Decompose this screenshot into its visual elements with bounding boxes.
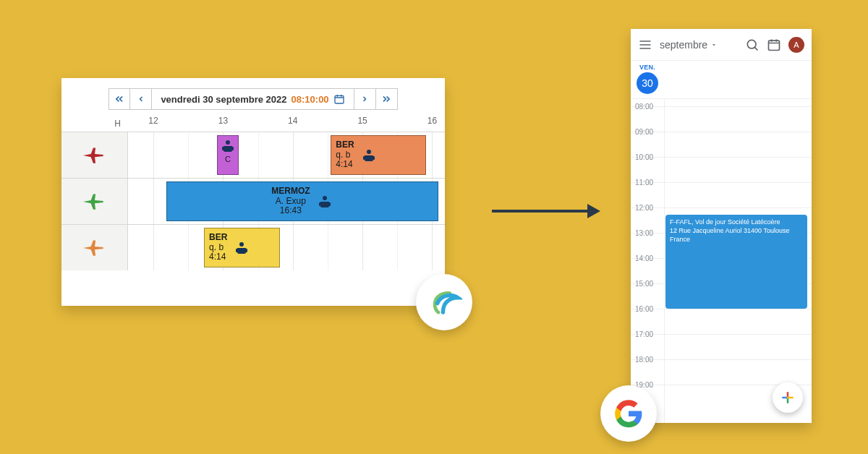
event-title: F-FAFL, Vol de jour Société Latécoère bbox=[670, 218, 803, 226]
avatar[interactable]: A bbox=[788, 37, 804, 53]
hours-header: H 12 13 14 15 16 bbox=[61, 116, 445, 132]
block-title: MERMOZ bbox=[271, 187, 310, 197]
gcal-topbar: septembre A bbox=[631, 29, 812, 61]
svg-rect-11 bbox=[236, 249, 238, 252]
svg-rect-0 bbox=[335, 95, 344, 103]
block-time: 4:14 bbox=[209, 252, 227, 262]
hour-tick: 12 bbox=[148, 116, 158, 126]
arrow-connector bbox=[492, 207, 600, 215]
gcal-month-label: septembre bbox=[660, 39, 707, 51]
svg-point-1 bbox=[226, 140, 230, 145]
next-button[interactable] bbox=[354, 88, 376, 110]
hours-label: H bbox=[61, 119, 128, 129]
schedule-panel: vendredi 30 septembre 2022 08:10:00 H 12… bbox=[61, 78, 445, 306]
svg-point-13 bbox=[747, 40, 756, 48]
openflyers-logo-icon bbox=[426, 284, 462, 320]
hour-tick: 14 bbox=[288, 116, 297, 126]
block-subtitle: A. Exup bbox=[276, 197, 306, 207]
plus-icon bbox=[780, 390, 795, 405]
booking-block[interactable]: C bbox=[217, 135, 239, 175]
hour-label: 10:00 bbox=[635, 153, 653, 161]
block-caption: C bbox=[225, 155, 231, 163]
svg-rect-2 bbox=[222, 147, 224, 150]
block-subtitle: q. b bbox=[336, 150, 354, 160]
date-display[interactable]: vendredi 30 septembre 2022 08:10:00 bbox=[152, 88, 354, 110]
chevron-down-icon bbox=[710, 41, 718, 48]
date-navigation: vendredi 30 septembre 2022 08:10:00 bbox=[61, 78, 445, 116]
double-chevron-left-icon bbox=[114, 94, 124, 104]
seat-icon bbox=[219, 137, 237, 155]
schedule-lane: BER q. b 4:14 bbox=[61, 224, 445, 270]
svg-rect-14 bbox=[769, 40, 780, 50]
block-time: 4:14 bbox=[336, 160, 354, 170]
block-title: BER bbox=[209, 233, 227, 243]
hour-label: 16:00 bbox=[635, 305, 653, 313]
block-time: 16:43 bbox=[280, 206, 302, 216]
openflyers-badge bbox=[416, 274, 472, 330]
lane-resource[interactable] bbox=[61, 225, 128, 270]
first-button[interactable] bbox=[109, 88, 130, 110]
last-button[interactable] bbox=[376, 88, 398, 110]
double-chevron-right-icon bbox=[381, 94, 391, 104]
lane-track[interactable]: C BER q. b 4:14 bbox=[128, 132, 445, 178]
hour-tick: 15 bbox=[357, 116, 367, 126]
hour-label: 14:00 bbox=[635, 254, 653, 262]
day-number: 30 bbox=[637, 72, 658, 94]
arrow-head-icon bbox=[587, 204, 600, 218]
add-event-fab[interactable] bbox=[773, 382, 803, 413]
svg-rect-9 bbox=[328, 202, 331, 206]
google-badge bbox=[600, 385, 657, 442]
svg-rect-5 bbox=[363, 156, 365, 160]
booking-block[interactable]: BER q. b 4:14 bbox=[204, 228, 280, 267]
svg-rect-8 bbox=[319, 202, 321, 206]
calendar-today-icon[interactable] bbox=[767, 38, 781, 52]
schedule-lane: C BER q. b 4:14 bbox=[61, 132, 445, 178]
lane-track[interactable]: MERMOZ A. Exup 16:43 bbox=[128, 179, 445, 224]
schedule-lane: MERMOZ A. Exup 16:43 bbox=[61, 178, 445, 224]
time-text: 08:10:00 bbox=[292, 94, 329, 105]
date-text: vendredi 30 septembre 2022 bbox=[161, 94, 286, 105]
google-calendar-panel: septembre A VEN. 30 08:00 09:00 10:00 11… bbox=[631, 29, 812, 423]
avatar-letter: A bbox=[793, 40, 799, 49]
calendar-event[interactable]: F-FAFL, Vol de jour Société Latécoère 12… bbox=[665, 215, 807, 309]
lane-track[interactable]: BER q. b 4:14 bbox=[128, 225, 445, 270]
hour-label: 12:00 bbox=[635, 204, 653, 212]
svg-point-7 bbox=[323, 196, 327, 200]
hour-label: 08:00 bbox=[635, 103, 653, 111]
svg-rect-6 bbox=[373, 156, 375, 160]
airplane-icon bbox=[82, 146, 107, 165]
hour-label: 13:00 bbox=[635, 229, 653, 237]
block-title: BER bbox=[336, 140, 354, 150]
hour-label: 17:00 bbox=[635, 330, 653, 338]
airplane-icon bbox=[82, 192, 107, 211]
day-chip[interactable]: VEN. 30 bbox=[637, 64, 658, 94]
hamburger-menu-icon[interactable] bbox=[638, 38, 652, 52]
booking-block[interactable]: MERMOZ A. Exup 16:43 bbox=[166, 181, 439, 221]
lane-resource[interactable] bbox=[61, 132, 128, 178]
calendar-icon bbox=[333, 93, 345, 105]
svg-point-10 bbox=[239, 242, 244, 247]
event-location: 12 Rue Jacqueline Auriol 31400 Toulouse … bbox=[670, 226, 803, 244]
airplane-icon bbox=[82, 239, 107, 257]
block-subtitle: q. b bbox=[209, 243, 227, 253]
hour-label: 15:00 bbox=[635, 280, 653, 288]
day-weekday: VEN. bbox=[639, 64, 655, 71]
chevron-left-icon bbox=[137, 95, 145, 103]
gcal-hour-grid[interactable]: 08:00 09:00 10:00 11:00 12:00 13:00 14:0… bbox=[631, 99, 812, 423]
prev-button[interactable] bbox=[130, 88, 152, 110]
lane-resource[interactable] bbox=[61, 179, 128, 224]
gcal-day-row: VEN. 30 bbox=[631, 61, 812, 99]
gcal-month-selector[interactable]: septembre bbox=[660, 39, 738, 51]
seat-icon bbox=[316, 193, 333, 210]
svg-rect-12 bbox=[245, 249, 247, 252]
hour-tick: 13 bbox=[218, 116, 228, 126]
hour-tick: 16 bbox=[427, 116, 437, 126]
booking-block[interactable]: BER q. b 4:14 bbox=[331, 135, 425, 175]
seat-icon bbox=[233, 239, 250, 257]
search-icon[interactable] bbox=[745, 38, 760, 52]
hour-label: 11:00 bbox=[635, 179, 653, 187]
seat-icon bbox=[360, 147, 378, 164]
google-logo-icon bbox=[613, 398, 644, 429]
svg-rect-3 bbox=[231, 147, 234, 150]
chevron-right-icon bbox=[360, 95, 369, 103]
